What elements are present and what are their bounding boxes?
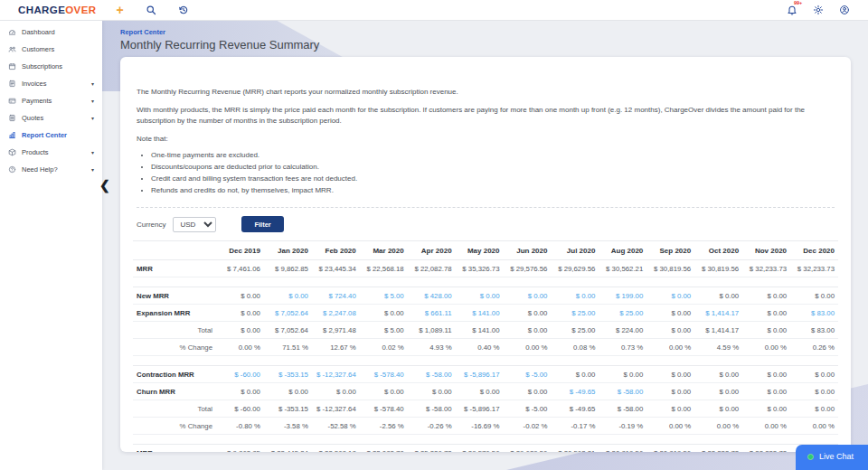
settings-gear-icon[interactable] bbox=[813, 5, 824, 15]
sidebar-item-payments[interactable]: Payments▾ bbox=[0, 92, 102, 109]
cell-value-link[interactable]: $ 724.40 bbox=[312, 287, 360, 305]
reports-icon bbox=[8, 131, 16, 139]
table-row: Total$ 0.00$ 7,052.64$ 2,971.48$ 5.00$ 1… bbox=[133, 322, 838, 339]
sidebar-item-label: Invoices bbox=[22, 80, 47, 88]
cell-value: $ 7,461.06 bbox=[216, 260, 264, 277]
cell-value-link[interactable]: $ -58.00 bbox=[408, 366, 456, 383]
cell-value-link[interactable]: $ 428.00 bbox=[408, 287, 456, 305]
column-header: Mar 2020 bbox=[360, 241, 408, 260]
column-header: Nov 2020 bbox=[742, 241, 790, 260]
cell-value-link[interactable]: $ 1,414.17 bbox=[694, 305, 742, 322]
cell-value: $ 0.00 bbox=[790, 400, 838, 418]
cell-value: 0.00 % bbox=[742, 339, 790, 356]
chargeover-logo[interactable]: CHARGEOVER bbox=[18, 5, 96, 15]
cell-value-link[interactable]: $ -58.00 bbox=[599, 383, 646, 400]
quick-add-icon[interactable]: + bbox=[116, 4, 123, 16]
cell-value: $ 29,576.56 bbox=[504, 260, 552, 277]
description-note: Note that: bbox=[137, 134, 835, 145]
sidebar-collapse-icon[interactable]: ❮ bbox=[99, 178, 110, 193]
cell-value: $ 0.00 bbox=[216, 305, 264, 322]
cell-value: $ 0.00 bbox=[504, 322, 552, 339]
breadcrumb[interactable]: Report Center bbox=[120, 28, 165, 36]
cell-value: $ 0.00 bbox=[646, 383, 694, 400]
live-chat-button[interactable]: Live Chat bbox=[796, 445, 868, 470]
cell-value-link[interactable]: $ 199.00 bbox=[599, 287, 646, 305]
mrr-summary-table: Dec 2019Jan 2020Feb 2020Mar 2020Apr 2020… bbox=[133, 240, 838, 452]
sidebar-nav: DashboardCustomersSubscriptionsInvoices▾… bbox=[0, 24, 102, 178]
table-row: New MRR$ 0.00$ 0.00$ 724.40$ 5.00$ 428.0… bbox=[133, 287, 838, 305]
cell-value: $ 0.00 bbox=[646, 322, 694, 339]
sidebar-item-report-center[interactable]: Report Center bbox=[0, 127, 102, 144]
sidebar-item-invoices[interactable]: Invoices▾ bbox=[0, 75, 102, 92]
row-label: Total bbox=[133, 400, 216, 418]
cell-value-link[interactable]: $ -5.00 bbox=[504, 366, 552, 383]
sidebar: DashboardCustomersSubscriptionsInvoices▾… bbox=[0, 21, 102, 470]
cell-value: $ 0.00 bbox=[790, 383, 838, 400]
cell-value-link[interactable]: $ 83.00 bbox=[790, 305, 838, 322]
history-icon[interactable] bbox=[178, 5, 189, 15]
cell-value: $ -353.15 bbox=[264, 400, 312, 418]
cell-value-link[interactable]: $ -60.00 bbox=[216, 366, 264, 383]
description-paragraph-1: The Monthly Recurring Revenue (MRR) char… bbox=[137, 87, 835, 98]
sidebar-item-quotes[interactable]: Quotes▾ bbox=[0, 109, 102, 127]
cell-value-link[interactable]: $ 25.00 bbox=[551, 305, 599, 322]
cell-value-link[interactable]: $ 0.00 bbox=[264, 287, 312, 305]
account-user-icon[interactable] bbox=[839, 5, 850, 15]
cell-value: $ 0.00 bbox=[360, 383, 408, 400]
chevron-down-icon: ▾ bbox=[91, 149, 94, 155]
cell-value-link[interactable]: $ -578.40 bbox=[360, 366, 408, 383]
logo-charge-text: CHARGE bbox=[18, 5, 65, 15]
dashboard-icon bbox=[8, 28, 16, 36]
sidebar-item-products[interactable]: Products▾ bbox=[0, 144, 102, 161]
search-icon[interactable] bbox=[146, 5, 156, 15]
cell-value-link[interactable]: $ 25.00 bbox=[599, 305, 646, 322]
cell-value-link[interactable]: $ 7,052.64 bbox=[264, 305, 312, 322]
cell-value-link[interactable]: $ 661.11 bbox=[408, 305, 456, 322]
cell-value-link[interactable]: $ 0.00 bbox=[551, 287, 599, 305]
quotes-icon bbox=[8, 114, 16, 122]
sidebar-item-dashboard[interactable]: Dashboard bbox=[0, 24, 102, 41]
help-icon bbox=[8, 165, 16, 174]
column-header: May 2020 bbox=[456, 241, 504, 260]
sidebar-item-subscriptions[interactable]: Subscriptions bbox=[0, 58, 102, 75]
cell-value: $ 30,819.56 bbox=[646, 260, 694, 277]
cell-value: $ 0.00 bbox=[504, 383, 552, 400]
main-content: Report Center Monthly Recurring Revenue … bbox=[102, 21, 868, 470]
cell-value-link[interactable]: $ 0.00 bbox=[504, 287, 552, 305]
row-label: New MRR bbox=[133, 287, 216, 305]
cell-value-link[interactable]: $ 141.00 bbox=[456, 305, 504, 322]
sidebar-item-label: Customers bbox=[22, 45, 54, 53]
currency-select[interactable]: USD bbox=[173, 217, 216, 232]
cell-value-link[interactable]: $ 5.00 bbox=[360, 287, 408, 305]
chevron-down-icon: ▾ bbox=[91, 98, 94, 104]
cell-value: $ 7,052.64 bbox=[264, 322, 312, 339]
filter-button[interactable]: Filter bbox=[241, 216, 283, 232]
cell-value-link[interactable]: $ -353.15 bbox=[264, 366, 312, 383]
row-label: MRR bbox=[133, 260, 216, 277]
products-icon bbox=[8, 148, 16, 156]
cell-value-link[interactable]: $ 0.00 bbox=[456, 287, 504, 305]
cell-value-link[interactable]: $ 2,247.08 bbox=[312, 305, 360, 322]
cell-value: $ 0.00 bbox=[646, 400, 694, 418]
cell-value-link[interactable]: $ -5,896.17 bbox=[456, 366, 504, 383]
cell-value: $ 0.00 bbox=[216, 287, 264, 305]
cell-value-link[interactable]: $ 0.00 bbox=[646, 287, 694, 305]
cell-value: $ 32,233.73 bbox=[790, 260, 838, 277]
cell-value: $ 0.00 bbox=[216, 322, 264, 339]
cell-value: $ 9,862.85 bbox=[264, 260, 312, 277]
description-bullet: Refunds and credits do not, by themselve… bbox=[151, 185, 835, 196]
notifications-bell-icon[interactable]: 99+ bbox=[787, 5, 797, 15]
column-header: Dec 2019 bbox=[216, 241, 264, 260]
cell-value-link[interactable]: $ -49.65 bbox=[551, 383, 599, 400]
cell-value: $ 25.00 bbox=[551, 322, 599, 339]
column-header: Dec 2020 bbox=[790, 241, 838, 260]
cell-value: $ 1,089.11 bbox=[408, 322, 456, 339]
row-label: Total bbox=[133, 322, 216, 339]
sidebar-item-customers[interactable]: Customers bbox=[0, 41, 102, 58]
cell-value: $ 23,445.34 bbox=[312, 260, 360, 277]
cell-value: 0.00 % bbox=[216, 339, 264, 356]
cell-value: $ 0.00 bbox=[264, 383, 312, 400]
column-header: Jun 2020 bbox=[504, 241, 552, 260]
sidebar-item-need-help[interactable]: Need Help?▾ bbox=[0, 161, 102, 178]
cell-value-link[interactable]: $ -12,327.64 bbox=[312, 366, 360, 383]
